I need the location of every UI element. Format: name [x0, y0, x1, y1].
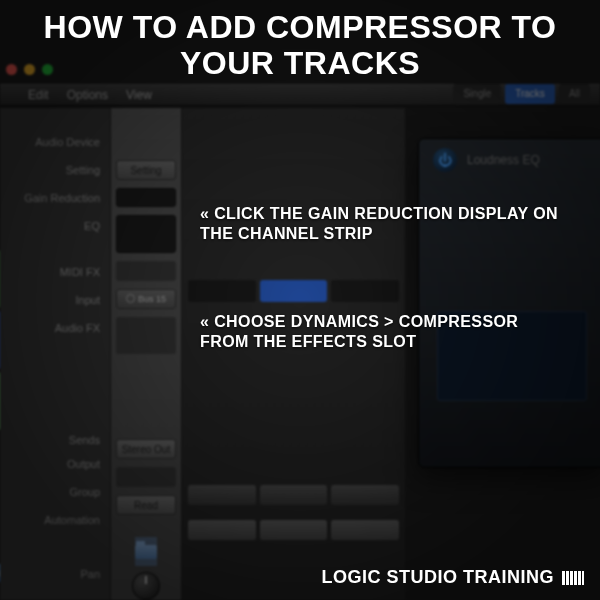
mixer-view-tabs: Single Tracks All	[453, 84, 590, 104]
label-audio-fx: Audio FX	[0, 314, 110, 360]
window-traffic-lights	[6, 64, 53, 75]
label-gain-reduction: Gain Reduction	[0, 184, 110, 212]
fx-slot[interactable]	[188, 280, 256, 302]
label-group: Group	[0, 478, 110, 506]
plugin-display	[437, 311, 587, 401]
fx-slot[interactable]	[331, 280, 399, 302]
menu-view[interactable]: View	[126, 88, 152, 102]
menu-edit[interactable]: Edit	[28, 88, 49, 102]
label-output: Output	[0, 450, 110, 478]
automation-slot[interactable]	[331, 520, 399, 540]
tab-all[interactable]: All	[559, 84, 590, 104]
output-row	[182, 485, 405, 505]
track-icon-slot[interactable]	[135, 537, 157, 567]
gain-reduction-display[interactable]	[116, 188, 176, 208]
fx-slot-selected[interactable]	[260, 280, 328, 302]
setting-button[interactable]: Setting	[116, 160, 176, 180]
plugin-title: Loudness EQ	[467, 153, 540, 167]
brand-label: LOGIC STUDIO TRAINING	[322, 567, 555, 588]
pan-knob[interactable]	[132, 572, 160, 600]
eq-thumbnail[interactable]	[116, 215, 176, 253]
input-slot[interactable]: Bus 15	[116, 289, 176, 309]
label-pan: Pan	[0, 560, 110, 588]
output-slot[interactable]: Stereo Out	[116, 439, 176, 459]
label-setting: Setting	[0, 156, 110, 184]
audio-fx-slot[interactable]	[116, 317, 176, 354]
automation-mode-button[interactable]: Read	[116, 495, 176, 515]
input-ring-icon	[126, 294, 135, 303]
tab-tracks[interactable]: Tracks	[505, 84, 555, 104]
fx-row	[182, 280, 405, 302]
close-window-icon[interactable]	[6, 64, 17, 75]
label-sends: Sends	[0, 360, 110, 450]
automation-slot[interactable]	[188, 520, 256, 540]
tab-single[interactable]: Single	[453, 84, 501, 104]
output-slot-other[interactable]	[331, 485, 399, 505]
midi-fx-slot[interactable]	[116, 261, 176, 281]
daw-background: Edit Options View Single Tracks All ear …	[0, 0, 600, 600]
other-channel-strips	[182, 108, 405, 600]
power-icon[interactable]: ⏻	[433, 148, 457, 172]
automation-slot[interactable]	[260, 520, 328, 540]
input-value: Bus 15	[138, 289, 166, 309]
group-slot[interactable]	[116, 467, 176, 487]
plugin-header: ⏻ Loudness EQ	[419, 139, 600, 181]
folder-icon	[135, 545, 157, 559]
label-midi-fx: MIDI FX	[0, 258, 110, 286]
audio-device-slot[interactable]	[116, 132, 176, 152]
channel-strip: Setting Bus 15 Stereo Out Read	[110, 108, 182, 600]
zoom-window-icon[interactable]	[42, 64, 53, 75]
plugin-window[interactable]: ⏻ Loudness EQ	[418, 138, 600, 468]
label-input: Input	[0, 286, 110, 314]
automation-row	[182, 520, 405, 540]
label-eq: EQ	[0, 212, 110, 258]
brand-watermark: LOGIC STUDIO TRAINING	[322, 567, 585, 588]
minimize-window-icon[interactable]	[24, 64, 35, 75]
label-automation: Automation	[0, 506, 110, 534]
strip-labels-column: Audio Device Setting Gain Reduction EQ M…	[0, 108, 110, 600]
label-audio-device: Audio Device	[0, 128, 110, 156]
menu-options[interactable]: Options	[67, 88, 108, 102]
output-slot-other[interactable]	[260, 485, 328, 505]
piano-icon	[562, 571, 584, 585]
output-slot-other[interactable]	[188, 485, 256, 505]
